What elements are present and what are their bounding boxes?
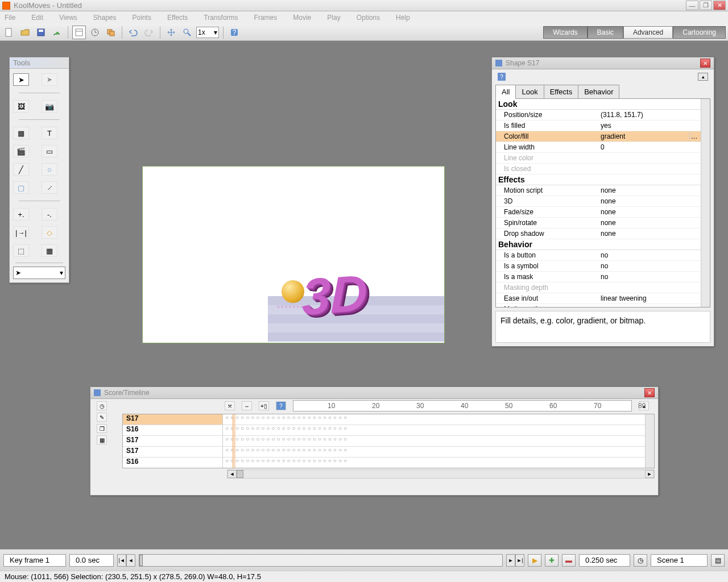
frame-nav-fwd[interactable]: ►►|	[506, 554, 524, 567]
menu-frames[interactable]: Frames	[254, 14, 278, 22]
scene-indicator[interactable]: Scene 1	[651, 554, 708, 567]
tool-grid[interactable]: ▦	[42, 244, 57, 257]
tl-wand-icon[interactable]: ✎	[97, 413, 107, 422]
menu-movie[interactable]: Movie	[293, 14, 311, 22]
prop-tab-look[interactable]: Look	[515, 85, 544, 99]
prop-row[interactable]: Is a buttonno	[496, 250, 701, 261]
properties-scrollbar[interactable]	[701, 99, 710, 307]
tool-addpoint[interactable]: +.	[13, 208, 29, 221]
remove-frame-button[interactable]: ▬	[562, 554, 576, 567]
help-button[interactable]: ?	[228, 26, 241, 39]
tl-copy-icon[interactable]: ❐	[97, 424, 107, 433]
menu-file[interactable]: File	[5, 14, 15, 22]
prop-tab-effects[interactable]: Effects	[544, 85, 579, 99]
menu-views[interactable]: Views	[59, 14, 77, 22]
prop-tab-all[interactable]: All	[495, 85, 516, 99]
prop-row[interactable]: Line width0	[496, 142, 701, 153]
tool-text[interactable]: T	[42, 127, 57, 139]
tool-ellipse[interactable]: ○	[42, 163, 57, 176]
tl-help-icon[interactable]: ?	[276, 401, 286, 410]
export-button[interactable]	[50, 26, 64, 39]
menu-play[interactable]: Play	[327, 14, 340, 22]
tool-arrow[interactable]: ➤	[13, 73, 29, 86]
timeline-hscroll[interactable]: ◄►	[227, 469, 655, 479]
menu-shapes[interactable]: Shapes	[93, 14, 117, 22]
tl-select-icon[interactable]: ⤱	[225, 401, 235, 410]
prop-row[interactable]: Position/size(311.8, 151.7)	[496, 110, 701, 120]
keyframe-indicator[interactable]: Key frame 1	[3, 554, 66, 567]
timeline-close[interactable]: ✕	[644, 388, 655, 397]
tool-freehand[interactable]: ⟋	[42, 181, 57, 194]
prop-row[interactable]: Is a maskno	[496, 272, 701, 282]
duration-input[interactable]: 0.250 sec	[579, 554, 630, 567]
zoom-level[interactable]: 1x▾	[196, 27, 219, 38]
timeline-track-row[interactable]: S17○○○○○○○○○○○○○○○○○○○○○○○○	[123, 436, 654, 447]
prop-row[interactable]: Motion scriptnone	[496, 185, 701, 196]
tool-subselect[interactable]: ➤	[42, 73, 57, 86]
maximize-button[interactable]: ❐	[700, 1, 712, 10]
timeline-track-row[interactable]: S16○○○○○○○○○○○○○○○○○○○○○○○○	[123, 425, 654, 436]
tool-selector-dropdown[interactable]: ➤ ▾	[13, 267, 65, 279]
undo-button[interactable]	[126, 26, 140, 39]
tl-insert-icon[interactable]: +▯	[259, 401, 269, 410]
tool-component[interactable]: ▦	[13, 127, 29, 139]
move-button[interactable]	[164, 26, 178, 39]
tl-clock-icon[interactable]: ◷	[97, 401, 107, 410]
tool-insert[interactable]: |→|	[13, 226, 29, 239]
frame-nav-back[interactable]: |◄◄	[117, 554, 135, 567]
tool-clip[interactable]: 🎬	[13, 145, 29, 157]
selection-handles[interactable]	[277, 302, 305, 313]
menu-edit[interactable]: Edit	[31, 14, 43, 22]
new-button[interactable]	[2, 26, 16, 39]
zoom-button[interactable]	[180, 26, 194, 39]
prop-row[interactable]: Color/fillgradient…	[496, 131, 701, 142]
close-button[interactable]: ✕	[713, 1, 726, 10]
tool-image[interactable]: 🖼	[13, 100, 29, 113]
timeline-track-row[interactable]: S16○○○○○○○○○○○○○○○○○○○○○○○○	[123, 458, 654, 468]
tab-wizards[interactable]: Wizards	[543, 26, 587, 39]
tool-camera[interactable]: 📷	[42, 100, 57, 113]
prop-row[interactable]: Fade/sizenone	[496, 207, 701, 218]
prop-row[interactable]: Is a symbolno	[496, 261, 701, 272]
open-button[interactable]	[18, 26, 32, 39]
prop-row[interactable]: Ease in/outlinear tweening	[496, 293, 701, 304]
minimize-button[interactable]: —	[686, 1, 698, 10]
timeline-track-row[interactable]: S17○○○○○○○○○○○○○○○○○○○○○○○○	[123, 447, 654, 458]
timeline-titlebar[interactable]: Score/Timeline ✕	[90, 387, 658, 399]
tool-button[interactable]: ▭	[42, 145, 57, 157]
tl-grid-icon[interactable]: ▦	[97, 435, 107, 444]
menu-help[interactable]: Help	[396, 14, 410, 22]
properties-titlebar[interactable]: Shape S17 ✕	[492, 57, 714, 69]
tool-line[interactable]: ╱	[13, 163, 29, 176]
menu-options[interactable]: Options	[357, 14, 380, 22]
tool-delpoint[interactable]: -.	[42, 208, 57, 221]
prop-row[interactable]: Spin/rotatenone	[496, 218, 701, 228]
menu-effects[interactable]: Effects	[167, 14, 188, 22]
properties-help-icon[interactable]: ?	[498, 73, 506, 81]
tool-lasso[interactable]: ⬚	[13, 244, 29, 257]
properties-close[interactable]: ✕	[700, 59, 710, 68]
save-button[interactable]	[34, 26, 48, 39]
menu-points[interactable]: Points	[133, 14, 151, 22]
prop-tab-behavior[interactable]: Behavior	[578, 85, 619, 99]
tab-basic[interactable]: Basic	[588, 26, 623, 39]
tool-rect[interactable]: ▢	[13, 181, 29, 194]
prop-row[interactable]: Motion pathnone	[496, 304, 701, 307]
properties-collapse-icon[interactable]: ▴	[698, 73, 708, 81]
add-frame-button[interactable]: ✚	[545, 554, 559, 567]
timeline-vscroll[interactable]	[645, 414, 654, 468]
timeline-ruler[interactable]: 1020304050607080	[293, 400, 632, 411]
tab-advanced[interactable]: Advanced	[623, 26, 673, 39]
clock-button[interactable]	[88, 26, 102, 39]
clock-icon[interactable]: ◷	[634, 554, 647, 567]
canvas[interactable]: 3D	[142, 166, 445, 343]
frame-slider[interactable]	[139, 554, 503, 567]
prop-edit-button[interactable]: …	[689, 131, 698, 142]
timeline-track-row[interactable]: S17○○○○○○○○○○○○○○○○○○○○○○○○	[123, 414, 654, 425]
prop-row[interactable]: Is filledyes	[496, 120, 701, 131]
tool-bucket[interactable]: ◇	[42, 226, 57, 239]
layers-button[interactable]	[104, 26, 118, 39]
scene-menu-icon[interactable]: ▤	[711, 554, 725, 567]
tl-stretch-icon[interactable]: ↔	[242, 401, 252, 410]
menu-transforms[interactable]: Transforms	[204, 14, 238, 22]
